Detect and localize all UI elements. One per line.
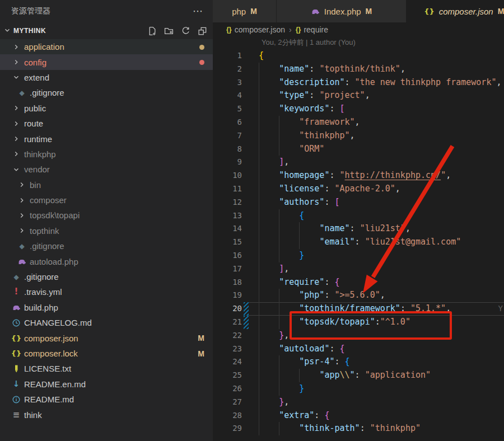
code-line[interactable]: 1{ <box>213 49 504 63</box>
code-line[interactable]: 5 "keywords": [ <box>213 102 504 116</box>
tab-index.php[interactable]: Index.phpM <box>277 0 406 22</box>
tree-item-changelog.md[interactable]: CHANGELOG.md <box>0 315 213 330</box>
code-line[interactable]: 12 "authors": [ <box>213 196 504 209</box>
line-number[interactable]: 21 <box>213 316 242 329</box>
tree-item-.gitignore[interactable]: ◆.gitignore <box>0 238 213 254</box>
tree-item-composer.json[interactable]: {}composer.jsonM <box>0 330 213 345</box>
code-line[interactable]: 25 "app\\": "application" <box>213 369 504 382</box>
line-number[interactable]: 1 <box>213 49 242 63</box>
chevron-right-icon[interactable] <box>12 120 20 128</box>
line-number[interactable]: 19 <box>213 289 242 302</box>
tree-item-license.txt[interactable]: LICENSE.txt <box>0 361 213 376</box>
line-number[interactable]: 23 <box>213 343 242 356</box>
code-line[interactable]: 15 "email": "liu21st@gmail.com" <box>213 236 504 249</box>
workspace-section-header[interactable]: MYTHINK <box>0 22 213 39</box>
code-line[interactable]: 19 "php": ">=5.6.0", <box>213 289 504 302</box>
line-number[interactable]: 29 <box>213 422 242 435</box>
code-line[interactable]: 26 } <box>213 382 504 396</box>
code-line[interactable]: 21 "topsdk/topapi":"^1.0" <box>213 316 504 329</box>
code-line[interactable]: 17 ], <box>213 262 504 276</box>
code-line[interactable]: 16 } <box>213 249 504 262</box>
chevron-down-icon[interactable] <box>12 166 20 173</box>
code-line[interactable]: 29 "think-path": "thinkphp" <box>213 422 504 435</box>
code-line[interactable]: 23 "autoload": { <box>213 343 504 356</box>
tree-item-.travis.yml[interactable]: !.travis.yml <box>0 284 213 299</box>
code-line[interactable]: 28 "extra": { <box>213 409 504 423</box>
chevron-right-icon[interactable] <box>12 104 20 112</box>
chevron-right-icon[interactable] <box>18 212 26 219</box>
code-line[interactable]: 3 "description": "the new thinkphp frame… <box>213 76 504 90</box>
collapse-all-icon[interactable] <box>198 26 207 36</box>
line-number[interactable]: 22 <box>213 329 242 343</box>
chevron-right-icon[interactable] <box>12 135 20 143</box>
new-folder-icon[interactable] <box>164 26 174 36</box>
line-number[interactable]: 25 <box>213 369 242 382</box>
tree-item-application[interactable]: application <box>0 39 213 54</box>
code-line[interactable]: 10 "homepage": "http://thinkphp.cn/", <box>213 169 504 182</box>
code-line[interactable]: 14 "name": "liu21st", <box>213 222 504 236</box>
tree-item-topthink[interactable]: topthink <box>0 223 213 238</box>
tree-item-readme.md[interactable]: README.md <box>0 392 213 407</box>
breadcrumb-item[interactable]: {}composer.json <box>226 25 285 34</box>
tree-item-extend[interactable]: extend <box>0 70 213 85</box>
line-number[interactable]: 14 <box>213 222 242 236</box>
line-number[interactable]: 18 <box>213 276 242 289</box>
line-number[interactable]: 12 <box>213 196 242 209</box>
chevron-right-icon[interactable] <box>18 196 26 204</box>
code-line[interactable]: 7 "thinkphp", <box>213 129 504 143</box>
tree-item-think[interactable]: ≡think <box>0 407 213 422</box>
new-file-icon[interactable] <box>147 26 157 36</box>
code-line[interactable]: 18 "require": { <box>213 276 504 289</box>
code-line[interactable]: 24 "psr-4": { <box>213 355 504 369</box>
line-number[interactable]: 3 <box>213 76 242 90</box>
chevron-right-icon[interactable] <box>12 150 20 158</box>
chevron-right-icon[interactable] <box>18 227 26 234</box>
tree-item-route[interactable]: route <box>0 116 213 131</box>
line-number[interactable]: 16 <box>213 249 242 262</box>
line-number[interactable]: 2 <box>213 63 242 76</box>
tree-item-topsdk-topapi[interactable]: topsdk\topapi <box>0 208 213 223</box>
tree-item-composer[interactable]: composer <box>0 193 213 208</box>
tree-item-readme.en.md[interactable]: ↓README.en.md <box>0 377 213 392</box>
line-number[interactable]: 8 <box>213 143 242 156</box>
chevron-right-icon[interactable] <box>18 181 26 189</box>
line-number[interactable]: 24 <box>213 355 242 369</box>
tree-item-config[interactable]: config <box>0 54 213 69</box>
tree-item-composer.lock[interactable]: {}composer.lockM <box>0 346 213 361</box>
line-number[interactable]: 13 <box>213 209 242 223</box>
tree-item-.gitignore[interactable]: ◆.gitignore <box>0 269 213 284</box>
line-number[interactable]: 17 <box>213 262 242 276</box>
code-line[interactable]: 11 "license": "Apache-2.0", <box>213 182 504 196</box>
line-number[interactable]: 4 <box>213 89 242 102</box>
line-number[interactable]: 9 <box>213 156 242 169</box>
chevron-down-icon[interactable] <box>12 73 20 81</box>
refresh-icon[interactable] <box>181 26 190 36</box>
line-number[interactable]: 26 <box>213 382 242 396</box>
code-line[interactable]: 9 ], <box>213 156 504 169</box>
tree-item-public[interactable]: public <box>0 101 213 116</box>
tree-item-thinkphp[interactable]: thinkphp <box>0 147 213 162</box>
code-line[interactable]: 6 "framework", <box>213 116 504 129</box>
code-line[interactable]: 8 "ORM" <box>213 143 504 156</box>
line-number[interactable]: 28 <box>213 409 242 423</box>
line-number[interactable]: 27 <box>213 396 242 409</box>
line-number[interactable]: 10 <box>213 169 242 182</box>
code-line[interactable]: 2 "name": "topthink/think", <box>213 63 504 76</box>
tab-composer.json[interactable]: {}composer.jsonM× <box>407 0 504 22</box>
code-line[interactable]: 13 { <box>213 209 504 223</box>
line-number[interactable]: 7 <box>213 129 242 143</box>
line-number[interactable]: 6 <box>213 116 242 129</box>
code-line[interactable]: 22 }, <box>213 329 504 343</box>
tree-item-build.php[interactable]: build.php <box>0 300 213 315</box>
line-number[interactable]: 20 <box>213 302 242 316</box>
code-editor[interactable]: 1{2 "name": "topthink/think",3 "descript… <box>213 49 504 435</box>
tree-item-autoload.php[interactable]: autoload.php <box>0 254 213 269</box>
line-number[interactable]: 11 <box>213 182 242 196</box>
tree-item-.gitignore[interactable]: ◆.gitignore <box>0 85 213 100</box>
code-line[interactable]: 27 }, <box>213 396 504 409</box>
code-line[interactable]: 20 "topthink/framework": "5.1.*",Y <box>213 302 504 316</box>
breadcrumb-item[interactable]: {}require <box>296 25 328 34</box>
more-actions-icon[interactable]: ⋯ <box>193 5 204 17</box>
tree-item-runtime[interactable]: runtime <box>0 131 213 146</box>
chevron-right-icon[interactable] <box>12 43 20 51</box>
